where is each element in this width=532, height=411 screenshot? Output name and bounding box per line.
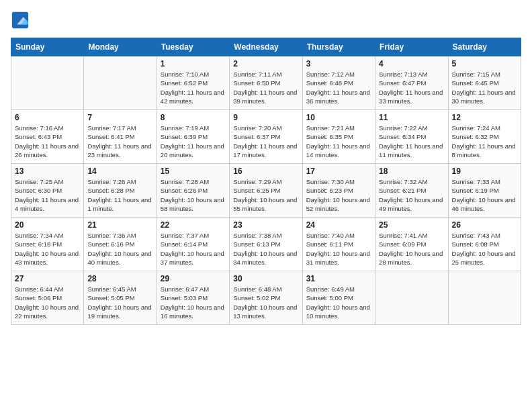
header-day: Friday [375,38,448,56]
logo [11,11,31,30]
day-number: 29 [161,274,226,283]
calendar-week: 27Sunrise: 6:44 AM Sunset: 5:06 PM Dayli… [11,271,521,325]
calendar-cell: 8Sunrise: 7:19 AM Sunset: 6:39 PM Daylig… [157,110,229,164]
calendar-week: 20Sunrise: 7:34 AM Sunset: 6:18 PM Dayli… [11,218,521,271]
day-number: 3 [306,59,371,68]
day-number: 4 [379,59,444,68]
day-number: 12 [452,113,517,122]
calendar-cell: 28Sunrise: 6:45 AM Sunset: 5:05 PM Dayli… [84,271,157,325]
day-number: 19 [452,167,517,176]
calendar-cell: 23Sunrise: 7:38 AM Sunset: 6:13 PM Dayli… [230,218,302,271]
day-info: Sunrise: 6:48 AM Sunset: 5:02 PM Dayligh… [233,285,298,320]
calendar-cell: 9Sunrise: 7:20 AM Sunset: 6:37 PM Daylig… [230,110,302,164]
logo-icon [11,11,30,30]
calendar-cell: 29Sunrise: 6:47 AM Sunset: 5:03 PM Dayli… [157,271,229,325]
calendar-cell: 26Sunrise: 7:43 AM Sunset: 6:08 PM Dayli… [448,218,521,271]
day-number: 27 [15,274,80,283]
calendar-cell: 25Sunrise: 7:41 AM Sunset: 6:09 PM Dayli… [375,218,448,271]
calendar-cell: 16Sunrise: 7:29 AM Sunset: 6:25 PM Dayli… [230,164,302,218]
calendar-cell: 22Sunrise: 7:37 AM Sunset: 6:14 PM Dayli… [157,218,229,271]
calendar-week: 13Sunrise: 7:25 AM Sunset: 6:30 PM Dayli… [11,164,521,218]
day-info: Sunrise: 7:15 AM Sunset: 6:45 PM Dayligh… [452,70,517,105]
calendar-cell: 1Sunrise: 7:10 AM Sunset: 6:52 PM Daylig… [157,56,229,110]
day-info: Sunrise: 6:49 AM Sunset: 5:00 PM Dayligh… [306,285,371,320]
day-number: 6 [15,113,80,122]
day-info: Sunrise: 7:26 AM Sunset: 6:28 PM Dayligh… [87,177,152,213]
day-number: 28 [87,274,152,283]
calendar-cell: 17Sunrise: 7:30 AM Sunset: 6:23 PM Dayli… [302,164,375,218]
calendar-cell: 20Sunrise: 7:34 AM Sunset: 6:18 PM Dayli… [11,218,84,271]
header-day: Wednesday [230,38,302,56]
day-number: 14 [87,167,152,176]
calendar-cell: 19Sunrise: 7:33 AM Sunset: 6:19 PM Dayli… [448,164,521,218]
day-number: 20 [15,220,80,230]
day-number: 31 [306,274,371,283]
calendar-cell: 7Sunrise: 7:17 AM Sunset: 6:41 PM Daylig… [84,110,157,164]
day-number: 26 [452,220,517,230]
day-info: Sunrise: 7:11 AM Sunset: 6:50 PM Dayligh… [233,70,298,105]
calendar-week: 1Sunrise: 7:10 AM Sunset: 6:52 PM Daylig… [11,56,521,110]
day-number: 8 [161,113,226,122]
day-info: Sunrise: 7:40 AM Sunset: 6:11 PM Dayligh… [306,231,371,267]
calendar-cell: 5Sunrise: 7:15 AM Sunset: 6:45 PM Daylig… [448,56,521,110]
day-info: Sunrise: 7:34 AM Sunset: 6:18 PM Dayligh… [15,231,80,267]
page-header [11,11,521,30]
header-day: Sunday [11,38,84,56]
day-number: 17 [306,167,371,176]
calendar-cell: 24Sunrise: 7:40 AM Sunset: 6:11 PM Dayli… [302,218,375,271]
calendar-cell: 10Sunrise: 7:21 AM Sunset: 6:35 PM Dayli… [302,110,375,164]
day-info: Sunrise: 7:32 AM Sunset: 6:21 PM Dayligh… [379,177,444,213]
calendar-cell: 3Sunrise: 7:12 AM Sunset: 6:48 PM Daylig… [302,56,375,110]
header-row: SundayMondayTuesdayWednesdayThursdayFrid… [11,38,521,56]
calendar-week: 6Sunrise: 7:16 AM Sunset: 6:43 PM Daylig… [11,110,521,164]
day-number: 16 [233,167,298,176]
day-info: Sunrise: 7:33 AM Sunset: 6:19 PM Dayligh… [452,177,517,213]
header-day: Thursday [302,38,375,56]
day-info: Sunrise: 7:38 AM Sunset: 6:13 PM Dayligh… [233,231,298,267]
day-number: 21 [87,220,152,230]
day-number: 11 [379,113,444,122]
day-info: Sunrise: 7:41 AM Sunset: 6:09 PM Dayligh… [379,231,444,267]
calendar-cell [375,271,448,325]
calendar-cell: 30Sunrise: 6:48 AM Sunset: 5:02 PM Dayli… [230,271,302,325]
day-info: Sunrise: 7:20 AM Sunset: 6:37 PM Dayligh… [233,124,298,159]
day-info: Sunrise: 7:17 AM Sunset: 6:41 PM Dayligh… [87,124,152,159]
calendar-cell [11,56,84,110]
day-number: 15 [161,167,226,176]
day-info: Sunrise: 7:25 AM Sunset: 6:30 PM Dayligh… [15,177,80,213]
day-number: 18 [379,167,444,176]
calendar-cell: 14Sunrise: 7:26 AM Sunset: 6:28 PM Dayli… [84,164,157,218]
day-number: 13 [15,167,80,176]
day-number: 9 [233,113,298,122]
day-number: 7 [87,113,152,122]
day-info: Sunrise: 7:36 AM Sunset: 6:16 PM Dayligh… [87,231,152,267]
calendar-table: SundayMondayTuesdayWednesdayThursdayFrid… [11,38,521,325]
header-day: Monday [84,38,157,56]
calendar-cell: 31Sunrise: 6:49 AM Sunset: 5:00 PM Dayli… [302,271,375,325]
calendar-cell: 12Sunrise: 7:24 AM Sunset: 6:32 PM Dayli… [448,110,521,164]
day-info: Sunrise: 7:28 AM Sunset: 6:26 PM Dayligh… [161,177,226,213]
day-info: Sunrise: 6:45 AM Sunset: 5:05 PM Dayligh… [87,285,152,320]
day-info: Sunrise: 7:29 AM Sunset: 6:25 PM Dayligh… [233,177,298,213]
day-info: Sunrise: 7:16 AM Sunset: 6:43 PM Dayligh… [15,124,80,159]
day-number: 22 [161,220,226,230]
calendar-cell: 11Sunrise: 7:22 AM Sunset: 6:34 PM Dayli… [375,110,448,164]
day-info: Sunrise: 7:10 AM Sunset: 6:52 PM Dayligh… [161,70,226,105]
header-day: Saturday [448,38,521,56]
day-number: 2 [233,59,298,68]
calendar-cell: 18Sunrise: 7:32 AM Sunset: 6:21 PM Dayli… [375,164,448,218]
day-info: Sunrise: 7:24 AM Sunset: 6:32 PM Dayligh… [452,124,517,159]
calendar-cell: 13Sunrise: 7:25 AM Sunset: 6:30 PM Dayli… [11,164,84,218]
calendar-cell: 27Sunrise: 6:44 AM Sunset: 5:06 PM Dayli… [11,271,84,325]
day-info: Sunrise: 7:22 AM Sunset: 6:34 PM Dayligh… [379,124,444,159]
calendar-cell [84,56,157,110]
day-info: Sunrise: 7:30 AM Sunset: 6:23 PM Dayligh… [306,177,371,213]
day-number: 25 [379,220,444,230]
calendar-header: SundayMondayTuesdayWednesdayThursdayFrid… [11,38,521,56]
calendar-cell: 21Sunrise: 7:36 AM Sunset: 6:16 PM Dayli… [84,218,157,271]
day-info: Sunrise: 7:13 AM Sunset: 6:47 PM Dayligh… [379,70,444,105]
calendar-cell: 6Sunrise: 7:16 AM Sunset: 6:43 PM Daylig… [11,110,84,164]
calendar-body: 1Sunrise: 7:10 AM Sunset: 6:52 PM Daylig… [11,56,521,325]
day-info: Sunrise: 7:12 AM Sunset: 6:48 PM Dayligh… [306,70,371,105]
day-number: 5 [452,59,517,68]
